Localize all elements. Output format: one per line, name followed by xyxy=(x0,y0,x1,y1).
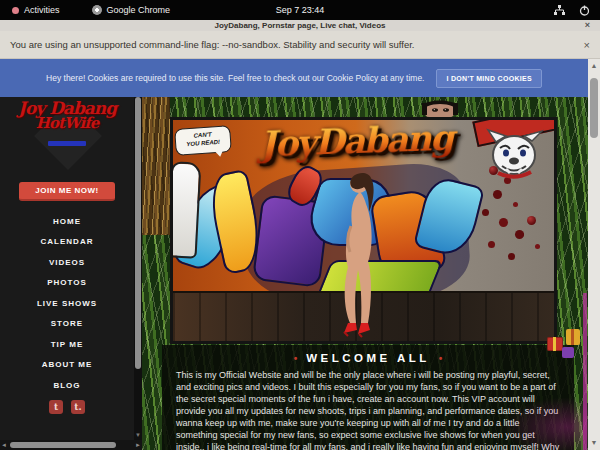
welcome-heading-row: • WELCOME ALL • xyxy=(162,352,574,364)
scroll-down-icon[interactable]: ▼ xyxy=(588,438,600,448)
logo-link[interactable] xyxy=(48,141,86,146)
sidebar-item-about-me[interactable]: ABOUT ME xyxy=(0,355,134,376)
welcome-heading: WELCOME ALL xyxy=(306,352,430,364)
sidebar-horizontal-scrollbar[interactable]: ◄ ► xyxy=(0,440,142,450)
bulldog-cartoon xyxy=(486,128,544,180)
sidebar-item-tip-me[interactable]: TIP ME xyxy=(0,334,134,355)
gift-box-decoration xyxy=(566,329,580,345)
sidebar-item-store[interactable]: STORE xyxy=(0,314,134,335)
sidebar-item-videos[interactable]: VIDEOS xyxy=(0,252,134,273)
sidebar: Joy Dabang HotWife JOIN ME NOW! HOME CAL… xyxy=(0,97,134,440)
graffiti-dots xyxy=(527,216,536,225)
clock[interactable]: Sep 7 23:44 xyxy=(0,5,600,15)
join-me-now-button[interactable]: JOIN ME NOW! xyxy=(19,182,115,201)
network-icon[interactable] xyxy=(554,5,565,16)
infobar-close-icon[interactable]: × xyxy=(584,39,590,51)
gift-box-decoration xyxy=(547,337,563,351)
page-vertical-scrollbar[interactable]: ▲ ▼ xyxy=(588,59,600,450)
sidebar-item-home[interactable]: HOME xyxy=(0,211,134,232)
sidebar-vscroll-thumb[interactable] xyxy=(135,97,141,369)
sidebar-vertical-scrollbar[interactable]: ▼ xyxy=(134,97,142,440)
scroll-up-icon[interactable]: ▲ xyxy=(588,61,600,71)
sidebar-item-live-shows[interactable]: LIVE SHOWS xyxy=(0,293,134,314)
logo-line2: HotWife xyxy=(0,114,134,132)
scroll-down-icon[interactable]: ▼ xyxy=(134,432,142,438)
sidebar-nav: HOME CALENDAR VIDEOS PHOTOS LIVE SHOWS S… xyxy=(0,211,134,396)
cookie-banner: Hey there! Cookies are required to use t… xyxy=(0,59,588,97)
heading-bullet-left: • xyxy=(294,353,298,364)
sidebar-item-calendar[interactable]: CALENDAR xyxy=(0,232,134,253)
sidebar-item-blog[interactable]: BLOG xyxy=(0,375,134,396)
scroll-right-icon[interactable]: ► xyxy=(134,442,142,448)
cookie-accept-button[interactable]: I DON'T MIND COOKIES xyxy=(436,69,541,88)
tumblr-icon[interactable]: t. xyxy=(71,400,85,414)
site-logo[interactable]: Joy Dabang HotWife xyxy=(0,98,134,176)
system-top-bar: Activities Google Chrome Sep 7 23:44 xyxy=(0,0,600,20)
desktop: Activities Google Chrome Sep 7 23:44 Joy… xyxy=(0,0,600,450)
twitter-icon[interactable]: t xyxy=(49,400,63,414)
cookie-message: Hey there! Cookies are required to use t… xyxy=(46,73,424,83)
window-close-icon[interactable]: × xyxy=(585,20,590,31)
page-body: Joy Dabang HotWife JOIN ME NOW! HOME CAL… xyxy=(0,97,588,450)
magenta-glow-decoration xyxy=(502,397,588,450)
sidebar-hscroll-thumb[interactable] xyxy=(10,442,116,448)
scroll-left-icon[interactable]: ◄ xyxy=(0,442,8,448)
page-vscroll-thumb[interactable] xyxy=(590,78,598,138)
social-links: t t. xyxy=(0,400,134,414)
browser-viewport: Hey there! Cookies are required to use t… xyxy=(0,59,600,450)
window-title: JoyDabang, Pornstar page, Live chat, Vid… xyxy=(214,21,385,30)
flag-warning-infobar: You are using an unsupported command-lin… xyxy=(0,31,600,59)
woman-figure xyxy=(331,170,389,338)
dried-grass-decoration xyxy=(142,97,170,235)
peeking-face-image xyxy=(420,99,460,117)
window-titlebar: JoyDabang, Pornstar page, Live chat, Vid… xyxy=(0,20,600,31)
white-figure-shape xyxy=(170,161,201,258)
main-content: JoyDabang CAN'T YOU READ! xyxy=(142,97,588,450)
sidebar-item-photos[interactable]: PHOTOS xyxy=(0,273,134,294)
power-icon[interactable] xyxy=(579,5,590,16)
speech-bubble: CAN'T YOU READ! xyxy=(174,125,232,156)
hero-mural-image: JoyDabang CAN'T YOU READ! xyxy=(170,117,557,344)
flag-warning-text: You are using an unsupported command-lin… xyxy=(10,39,415,50)
gift-box-decoration xyxy=(562,347,574,358)
heading-bullet-right: • xyxy=(439,353,443,364)
